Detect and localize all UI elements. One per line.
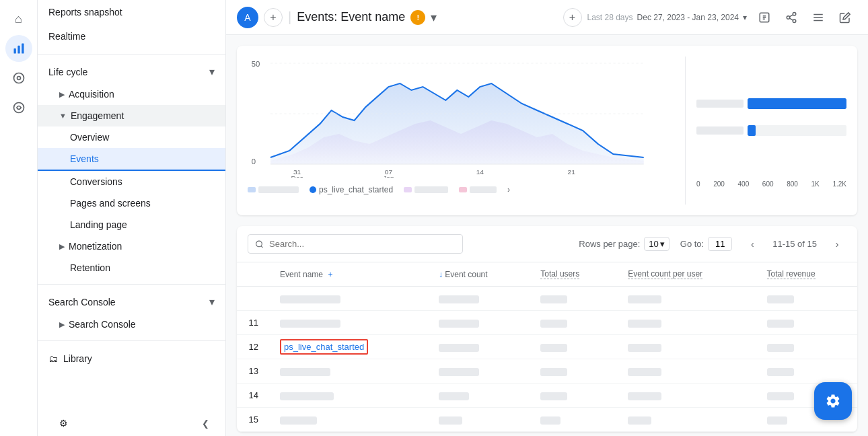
data-table: Event name + ↓ Event count Total users E… <box>237 262 857 432</box>
legend-next-arrow[interactable]: › <box>507 185 510 194</box>
row-event-name-12[interactable]: ps_live_chat_started <box>269 335 428 359</box>
nav-advertising[interactable] <box>5 94 32 121</box>
fab-button[interactable] <box>814 382 852 420</box>
rows-per-page-select[interactable]: 10 ▾ <box>644 237 669 251</box>
date-range-picker[interactable]: Last 28 days Dec 27, 2023 - Jan 23, 2024… <box>587 13 748 22</box>
customize-btn[interactable] <box>806 5 830 30</box>
search-box[interactable] <box>248 234 463 254</box>
sidebar-divider-2 <box>38 284 225 285</box>
main-content: A + | Events: Event name ! ▾ + Last 28 d… <box>226 0 868 436</box>
nav-reports[interactable] <box>5 35 32 62</box>
row-event-name-0 <box>269 287 428 311</box>
svg-text:Dec: Dec <box>291 175 303 178</box>
add-compare-btn[interactable]: + <box>563 8 582 27</box>
goto-input[interactable] <box>708 237 732 251</box>
sidebar-monetization[interactable]: ▶ Monetization <box>38 235 225 257</box>
legend-color-1 <box>248 187 256 192</box>
sidebar-section-search-console[interactable]: Search Console ▾ <box>38 290 225 314</box>
library-icon: 🗂 <box>48 353 58 364</box>
sidebar-pages-screens[interactable]: Pages and screens <box>38 192 225 214</box>
search-input[interactable] <box>269 239 456 249</box>
page-title: Events: Event name ! ▾ <box>297 10 557 25</box>
row-event-count-12 <box>428 335 530 359</box>
col-num <box>237 262 269 287</box>
row-event-count-13 <box>428 359 530 384</box>
warning-icon: ! <box>410 10 425 25</box>
add-stream-btn[interactable]: + <box>264 8 283 27</box>
legend-item-1[interactable] <box>248 186 299 193</box>
svg-point-21 <box>256 241 262 247</box>
share-btn[interactable] <box>779 5 803 30</box>
pagination-prev-btn[interactable]: ‹ <box>743 235 762 254</box>
engagement-chevron-icon: ▼ <box>59 112 67 120</box>
sidebar-overview[interactable]: Overview <box>38 126 225 148</box>
row-num-14: 14 <box>237 384 269 408</box>
ps-live-chat-link[interactable]: ps_live_chat_started <box>280 339 368 355</box>
pagination-info: 11-15 of 15 <box>772 239 817 249</box>
row-event-count-15 <box>428 408 530 432</box>
table-body: 11 12 ps_live_chat_started <box>237 287 857 432</box>
table-row: 13 <box>237 359 857 384</box>
sidebar-divider-1 <box>38 54 225 54</box>
nav-explore[interactable] <box>5 65 32 92</box>
sidebar-library[interactable]: 🗂 Library <box>38 347 225 371</box>
sidebar-section-lifecycle[interactable]: Life cycle ▾ <box>38 60 225 83</box>
row-revenue-12 <box>756 335 857 359</box>
sidebar-events[interactable]: Events <box>38 148 225 171</box>
row-event-name-13 <box>269 359 428 384</box>
line-chart: 50 0 <box>248 57 674 205</box>
row-total-users-14 <box>530 384 617 408</box>
sidebar-item-realtime[interactable]: Realtime <box>38 24 225 48</box>
svg-rect-1 <box>17 46 20 54</box>
add-column-btn[interactable]: + <box>328 270 332 279</box>
export-btn[interactable] <box>752 5 776 30</box>
col-event-count[interactable]: ↓ Event count <box>428 262 530 287</box>
search-console-chevron: ▾ <box>209 295 215 308</box>
edit-btn[interactable] <box>833 5 857 30</box>
sidebar-collapse-btn[interactable]: ❮ <box>196 413 215 434</box>
svg-rect-0 <box>13 48 15 54</box>
table-row: 14 <box>237 384 857 408</box>
sidebar-landing-page[interactable]: Landing page <box>38 214 225 235</box>
svg-text:Jan: Jan <box>383 175 394 178</box>
content-area: 50 0 <box>226 35 868 436</box>
sidebar-item-reports-snapshot[interactable]: Reports snapshot <box>38 0 225 24</box>
pagination-next-btn[interactable]: › <box>828 235 846 254</box>
sidebar: Reports snapshot Realtime Life cycle ▾ ▶… <box>38 0 226 436</box>
row-num-0 <box>237 287 269 311</box>
user-avatar[interactable]: A <box>237 7 258 28</box>
legend-item-ps-live[interactable]: ps_live_chat_started <box>310 185 393 194</box>
row-total-users-15 <box>530 408 617 432</box>
svg-text:50: 50 <box>252 61 260 68</box>
sidebar-conversions[interactable]: Conversions <box>38 171 225 192</box>
search-console-expand-icon: ▶ <box>59 320 65 329</box>
table-toolbar: Rows per page: 10 ▾ Go to: ‹ 11-15 of 15… <box>237 226 857 262</box>
monetization-chevron-icon: ▶ <box>59 242 65 251</box>
sidebar-engagement[interactable]: ▼ Engagement <box>38 105 225 126</box>
lifecycle-chevron: ▾ <box>209 65 215 78</box>
legend-dot-ps <box>310 186 316 193</box>
line-chart-svg: 50 0 <box>248 57 674 178</box>
row-event-name-15 <box>269 408 428 432</box>
row-count-per-user-11 <box>617 311 756 335</box>
bar-fill-1 <box>748 98 846 109</box>
title-dropdown[interactable]: ▾ <box>431 10 437 25</box>
svg-point-9 <box>793 20 796 23</box>
legend-item-4[interactable] <box>459 186 497 193</box>
svg-point-4 <box>17 77 20 80</box>
nav-home[interactable]: ⌂ <box>5 5 32 32</box>
legend-item-3[interactable] <box>404 186 448 193</box>
row-event-count-14 <box>428 384 530 408</box>
table-row: 15 <box>237 408 857 432</box>
bar-label-2 <box>696 126 744 135</box>
col-total-users: Total users <box>530 262 617 287</box>
sidebar-retention[interactable]: Retention <box>38 257 225 279</box>
sidebar-settings[interactable]: ⚙ <box>48 411 79 435</box>
row-count-per-user-13 <box>617 359 756 384</box>
row-event-name-14 <box>269 384 428 408</box>
sidebar-search-console-child[interactable]: ▶ Search Console <box>38 314 225 335</box>
svg-point-5 <box>13 103 24 113</box>
sidebar-acquisition[interactable]: ▶ Acquisition <box>38 83 225 105</box>
topbar-separator: | <box>288 9 291 25</box>
table-row <box>237 287 857 311</box>
